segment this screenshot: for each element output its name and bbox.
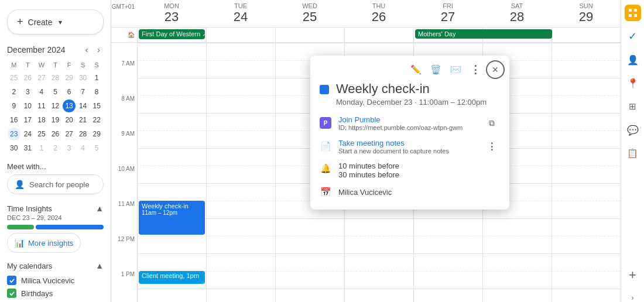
create-button[interactable]: + Create ▾ <box>7 9 104 35</box>
allday-event-first-day[interactable]: First Day of Western ↗ <box>139 29 205 39</box>
mini-cal-cell[interactable]: 18 <box>35 114 48 126</box>
mini-cal-cell[interactable]: 8 <box>90 85 103 98</box>
mini-cal-cell[interactable]: 22 <box>90 114 103 126</box>
mini-cal-cell[interactable]: 4 <box>77 142 90 155</box>
mini-cal-cell[interactable]: 6 <box>63 85 76 98</box>
collapse-icon[interactable]: ▲ <box>95 204 104 213</box>
mini-cal-cell[interactable]: 7 <box>77 85 90 98</box>
calendar-item-birthdays[interactable]: Birthdays <box>7 287 104 300</box>
google-apps-icon[interactable] <box>625 5 641 21</box>
gcal-icon[interactable]: ✓ <box>625 28 641 44</box>
day-header-wed[interactable]: WED 25 <box>275 0 344 27</box>
mini-cal-cell[interactable]: 16 <box>8 114 20 126</box>
day-header-sun[interactable]: SUN 29 <box>551 0 621 27</box>
mini-cal-cell[interactable]: 12 <box>49 99 61 112</box>
mini-cal-cell[interactable]: 10 <box>21 99 34 112</box>
mini-cal-cell[interactable]: 1 <box>90 71 103 84</box>
mini-cal-cell[interactable]: 3 <box>63 142 76 155</box>
mini-cal-cell[interactable]: 30 <box>8 142 20 155</box>
popup-more-button[interactable]: ⋮ <box>466 60 485 79</box>
mini-cal-cell[interactable]: 25 <box>8 71 20 84</box>
mini-cal-cell[interactable]: 4 <box>35 85 48 98</box>
popup-reminder2: 30 minutes before <box>338 170 399 179</box>
insights-bar <box>7 225 104 229</box>
mini-cal-cell[interactable]: 25 <box>35 128 48 140</box>
mini-cal-cell[interactable]: 28 <box>49 71 61 84</box>
time-insights-section: Time Insights ▲ DEC 23 – 29, 2024 📊 More… <box>0 197 111 255</box>
mini-cal-cell[interactable]: 11 <box>35 99 48 112</box>
mini-cal-week-row: 303112345 <box>7 141 104 155</box>
gmt-spacer: GMT+01 <box>111 0 137 27</box>
mini-cal-cell[interactable]: 31 <box>21 142 34 155</box>
day-col-tue: Client meeting, 3pm <box>206 43 275 302</box>
mini-cal-cell[interactable]: 26 <box>49 128 61 140</box>
popup-delete-button[interactable]: 🗑️ <box>426 60 445 79</box>
svg-rect-2 <box>629 14 632 17</box>
mini-cal-cell[interactable]: 27 <box>63 128 76 140</box>
event-weekly-checkin[interactable]: Weekly check-in 11am – 12pm <box>139 201 205 235</box>
calendar-checkbox-birthdays <box>7 289 16 298</box>
mini-cal-cell[interactable]: 29 <box>90 128 103 140</box>
popup-close-button[interactable]: ✕ <box>486 60 505 79</box>
day-header-sat[interactable]: SAT 28 <box>482 0 551 27</box>
more-insights-button[interactable]: 📊 More insights <box>7 233 81 253</box>
popup-join-link[interactable]: Join Pumble <box>338 115 477 124</box>
allday-event-mothers-day[interactable]: Mothers' Day <box>415 29 552 39</box>
allday-cols: First Day of Western ↗ Mothers' Day <box>137 28 621 42</box>
time-insights-header: Time Insights ▲ <box>7 204 104 213</box>
event-client-meeting-1pm[interactable]: Client meeting, 1pm <box>139 271 205 284</box>
mini-cal-cell[interactable]: 9 <box>8 99 20 112</box>
tasks-icon[interactable]: 📋 <box>625 145 641 162</box>
mini-cal-cell[interactable]: 20 <box>63 114 76 126</box>
contacts-icon[interactable]: 👤 <box>625 52 641 68</box>
mini-cal-cell[interactable]: 15 <box>90 99 103 112</box>
collapse-calendars-icon[interactable]: ▲ <box>95 261 104 270</box>
popup-title: Weekly check-in <box>336 81 487 97</box>
add-icon[interactable]: + <box>625 267 641 283</box>
mini-cal-cell[interactable]: 28 <box>77 128 90 140</box>
prev-month-button[interactable]: ‹ <box>82 44 92 56</box>
day-header-tue[interactable]: TUE 24 <box>206 0 275 27</box>
popup-email-button[interactable]: ✉️ <box>446 60 465 79</box>
mini-cal-cell[interactable]: 30 <box>77 71 90 84</box>
main-calendar: GMT+01 MON 23 TUE 24 WED 25 THU 26 FRI 2… <box>111 0 621 302</box>
popup-notes-content: Take meeting notes Start a new document … <box>338 139 477 155</box>
mini-cal-cell[interactable]: 21 <box>77 114 90 126</box>
chat-icon[interactable]: 💬 <box>625 122 641 138</box>
calendar-item-milica[interactable]: Milica Vucicevic <box>7 274 104 287</box>
popup-edit-button[interactable]: ✏️ <box>406 60 425 79</box>
next-month-button[interactable]: › <box>94 44 104 56</box>
mini-cal-cell[interactable]: 3 <box>21 85 34 98</box>
expand-icon[interactable]: › <box>632 294 634 302</box>
mini-cal-cell[interactable]: 1 <box>35 142 48 155</box>
mini-cal-cell[interactable]: 29 <box>63 71 76 84</box>
plus-icon: + <box>17 16 23 28</box>
popup-join-id: ID: https://meet.pumble.com/oaz-wtpn-gwm <box>338 124 477 131</box>
mini-cal-cell[interactable]: 17 <box>21 114 34 126</box>
mini-cal-cell[interactable]: 13 <box>63 99 76 112</box>
maps-icon[interactable]: 📍 <box>625 75 641 91</box>
mini-cal-cell[interactable]: 24 <box>21 128 34 140</box>
mini-cal-cell[interactable]: 27 <box>35 71 48 84</box>
mini-cal-cell[interactable]: 2 <box>49 142 61 155</box>
mini-cal-header: December 2024 ‹ › <box>7 44 104 56</box>
popup-notes-more-button[interactable]: ⋮ <box>484 138 500 155</box>
popup-notes-link[interactable]: Take meeting notes <box>338 139 477 147</box>
mini-cal-week-row: 9101112131415 <box>7 99 104 113</box>
add-other-apps: + <box>625 267 641 283</box>
mini-cal-cell[interactable]: 14 <box>77 99 90 112</box>
day-name-wed: WED <box>275 2 344 9</box>
day-header-thu[interactable]: THU 26 <box>344 0 413 27</box>
mini-cal-cell[interactable]: 2 <box>8 85 20 98</box>
day-header-fri[interactable]: FRI 27 <box>413 0 482 27</box>
mini-cal-cell[interactable]: 5 <box>49 85 61 98</box>
mini-cal-cell[interactable]: 26 <box>21 71 34 84</box>
allday-col-sun <box>551 28 621 42</box>
popup-copy-button[interactable]: ⧉ <box>484 115 500 131</box>
search-people-input[interactable]: 👤 Search for people <box>7 174 104 194</box>
mini-cal-cell[interactable]: 19 <box>49 114 61 126</box>
mini-cal-cell[interactable]: 5 <box>90 142 103 155</box>
gmeet-icon[interactable]: ⊞ <box>625 98 641 115</box>
day-header-mon[interactable]: MON 23 <box>137 0 206 27</box>
mini-cal-cell[interactable]: 23 <box>8 128 20 140</box>
